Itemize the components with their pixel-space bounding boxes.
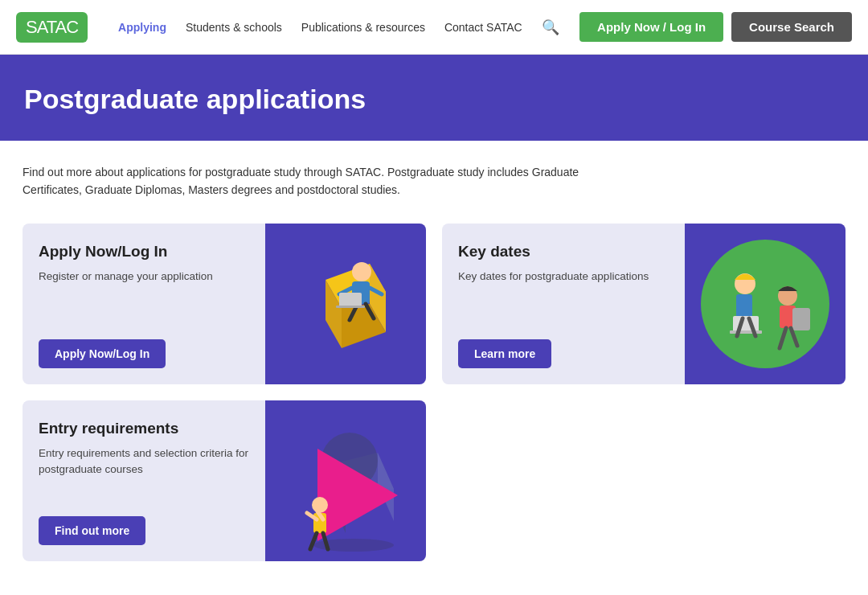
card-key-dates: Key dates Key dates for postgraduate app… xyxy=(442,224,845,384)
logo-ac: AC xyxy=(55,17,79,37)
svg-rect-14 xyxy=(736,294,752,318)
card-entry-requirements: Entry requirements Entry requirements an… xyxy=(23,400,426,561)
card-key-dates-description: Key dates for postgraduate applications xyxy=(458,269,669,285)
nav-contact-satac[interactable]: Contact SATAC xyxy=(436,16,530,39)
main-nav: Applying Students & schools Publications… xyxy=(110,14,579,41)
card-apply-now: Apply Now/Log In Register or manage your… xyxy=(23,224,426,384)
card-key-dates-illustration xyxy=(685,224,845,384)
nav-applying[interactable]: Applying xyxy=(110,16,174,39)
card-entry-requirements-content: Entry requirements Entry requirements an… xyxy=(23,400,265,561)
card-apply-now-title: Apply Now/Log In xyxy=(39,243,249,261)
apply-now-log-in-button[interactable]: Apply Now / Log In xyxy=(579,12,723,42)
card-apply-now-description: Register or manage your application xyxy=(39,269,249,285)
search-icon-button[interactable]: 🔍 xyxy=(534,14,567,41)
search-icon: 🔍 xyxy=(542,19,559,35)
card-apply-now-illustration xyxy=(265,224,426,384)
logo-text: SAT xyxy=(26,17,55,37)
intro-section: Find out more about applications for pos… xyxy=(0,141,627,215)
card-apply-now-content: Apply Now/Log In Register or manage your… xyxy=(23,224,265,384)
nav-publications-resources[interactable]: Publications & resources xyxy=(293,16,433,39)
svg-rect-11 xyxy=(336,306,365,308)
entry-requirements-svg xyxy=(273,400,418,561)
svg-point-4 xyxy=(352,262,371,281)
svg-rect-21 xyxy=(792,308,810,330)
card-key-dates-title: Key dates xyxy=(458,243,669,261)
card-apply-now-button[interactable]: Apply Now/Log In xyxy=(39,339,166,368)
card-key-dates-content: Key dates Key dates for postgraduate app… xyxy=(442,224,685,384)
page-title: Postgraduate applications xyxy=(24,84,844,115)
cards-grid: Apply Now/Log In Register or manage your… xyxy=(0,215,868,585)
nav-students-schools[interactable]: Students & schools xyxy=(178,16,290,39)
svg-point-30 xyxy=(312,497,328,513)
header-actions: Apply Now / Log In Course Search xyxy=(579,12,852,42)
header: SATAC Applying Students & schools Public… xyxy=(0,0,868,55)
intro-text: Find out more about applications for pos… xyxy=(23,163,604,199)
svg-rect-10 xyxy=(339,293,362,307)
svg-rect-16 xyxy=(730,330,762,334)
key-dates-svg xyxy=(693,232,837,376)
course-search-button[interactable]: Course Search xyxy=(731,12,852,42)
card-entry-requirements-title: Entry requirements xyxy=(39,420,249,437)
card-key-dates-button[interactable]: Learn more xyxy=(458,339,551,368)
svg-point-12 xyxy=(701,240,829,368)
apply-now-svg xyxy=(281,232,410,376)
hero-banner: Postgraduate applications xyxy=(0,55,868,141)
card-entry-requirements-description: Entry requirements and selection criteri… xyxy=(39,445,249,478)
logo[interactable]: SATAC xyxy=(16,12,88,43)
card-entry-requirements-illustration xyxy=(265,400,426,561)
card-entry-requirements-button[interactable]: Find out more xyxy=(39,516,145,545)
